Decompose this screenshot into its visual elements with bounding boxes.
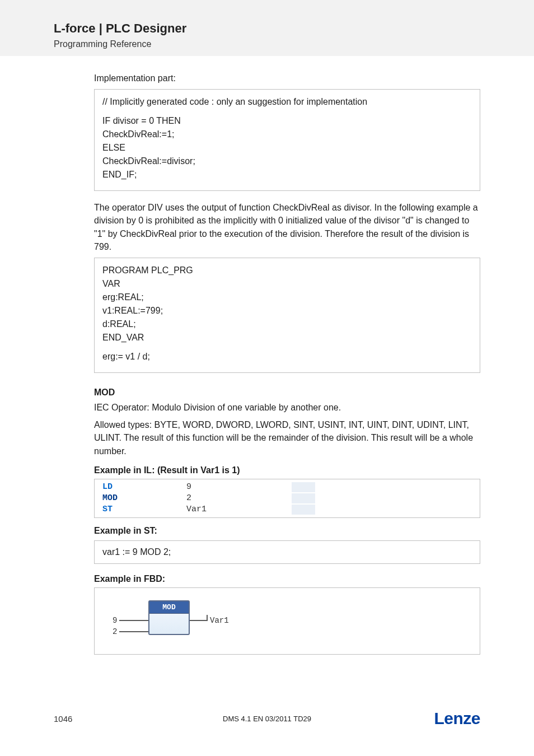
fbd-block: MOD [148, 600, 190, 635]
il-operand: Var1 [186, 505, 265, 514]
il-row: LD 9 [95, 482, 480, 493]
mod-description-1: IEC Operator: Modulo Division of one var… [94, 401, 480, 414]
document-id: DMS 4.1 EN 03/2011 TD29 [223, 715, 311, 723]
code-line: v1:REAL:=799; [102, 304, 472, 318]
il-operand: 9 [186, 482, 265, 492]
fbd-wire [119, 620, 148, 621]
fbd-input-2: 2 [113, 627, 117, 636]
il-operand: 2 [186, 493, 265, 503]
fbd-diagram: 9 2 Var1 MOD [102, 596, 248, 646]
section-heading-mod: MOD [94, 388, 480, 398]
il-row: MOD 2 [95, 493, 480, 504]
fbd-diagram-container: 9 2 Var1 MOD [94, 587, 480, 655]
il-input-slot [292, 493, 315, 503]
lenze-logo: Lenze [434, 709, 480, 728]
fbd-wire [119, 631, 148, 632]
code-line: END_IF; [102, 168, 472, 181]
fbd-wire [207, 615, 208, 621]
code-line: CheckDivReal:=divisor; [102, 155, 472, 168]
example-fbd-heading: Example in FBD: [94, 574, 480, 584]
implementation-label: Implementation part: [94, 72, 480, 85]
example-st-heading: Example in ST: [94, 526, 480, 536]
code-block-plcprg: PROGRAM PLC_PRG VAR erg:REAL; v1:REAL:=7… [94, 258, 480, 373]
page-header: L-force | PLC Designer Programming Refer… [0, 0, 534, 56]
page-number: 1046 [54, 714, 72, 724]
code-line: // Implicitly generated code : only an s… [102, 95, 472, 109]
il-input-slot [292, 482, 315, 492]
fbd-output: Var1 [210, 616, 229, 625]
code-line: ELSE [102, 141, 472, 155]
fbd-input-1: 9 [113, 616, 117, 625]
page-footer: 1046 DMS 4.1 EN 03/2011 TD29 Lenze [0, 709, 534, 728]
il-opcode: MOD [102, 493, 186, 503]
il-input-slot [292, 505, 315, 515]
code-line: END_VAR [102, 331, 472, 344]
page-subtitle: Programming Reference [54, 39, 534, 49]
fbd-wire [190, 620, 208, 621]
mod-description-2: Allowed types: BYTE, WORD, DWORD, LWORD,… [94, 418, 480, 458]
code-line: d:REAL; [102, 318, 472, 331]
example-il-heading: Example in IL: (Result in Var1 is 1) [94, 465, 480, 475]
code-block-checkdivreal: // Implicitly generated code : only an s… [94, 89, 480, 191]
code-line: erg:= v1 / d; [102, 350, 472, 363]
fbd-block-label: MOD [149, 601, 189, 614]
page-content: Implementation part: // Implicitly gener… [0, 56, 534, 655]
code-line: IF divisor = 0 THEN [102, 114, 472, 128]
code-block-st: var1 := 9 MOD 2; [94, 540, 480, 564]
code-line: PROGRAM PLC_PRG [102, 264, 472, 277]
code-line: erg:REAL; [102, 291, 472, 304]
il-code-table: LD 9 MOD 2 ST Var1 [94, 479, 480, 518]
explanation-paragraph: The operator DIV uses the output of func… [94, 201, 480, 253]
code-line: VAR [102, 277, 472, 291]
code-line: CheckDivReal:=1; [102, 128, 472, 141]
code-line: var1 := 9 MOD 2; [102, 545, 472, 559]
product-title: L-force | PLC Designer [54, 21, 534, 36]
il-row: ST Var1 [95, 504, 480, 515]
il-opcode: LD [102, 482, 186, 492]
il-opcode: ST [102, 505, 186, 514]
